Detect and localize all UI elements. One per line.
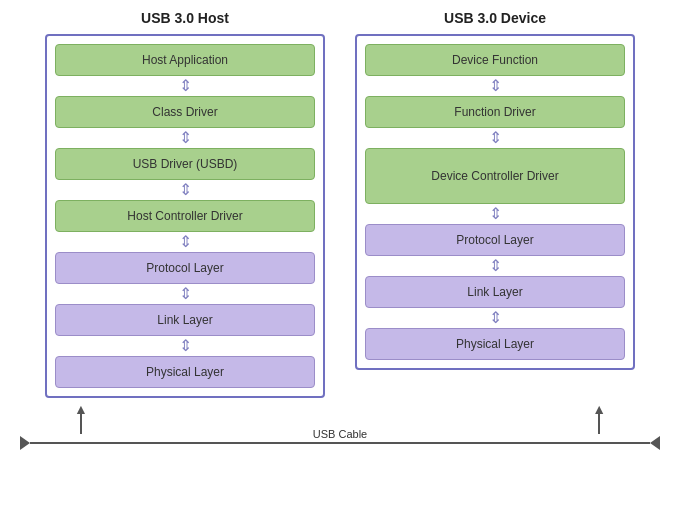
up-arrow-line-left: [80, 414, 82, 434]
up-arrow-left: ▲: [74, 402, 88, 434]
dev-arrow-0: ⇕: [489, 78, 502, 94]
cable-arrow-right: [20, 436, 30, 450]
device-layer-4: Link Layer: [365, 276, 625, 308]
device-stack: Device Function ⇕ Function Driver ⇕ Devi…: [355, 34, 635, 370]
device-layer-2: Device Controller Driver: [365, 148, 625, 204]
cable-row: USB Cable: [20, 436, 660, 450]
up-arrow-line-right: [598, 414, 600, 434]
host-layer-0: Host Application: [55, 44, 315, 76]
host-layer-4: Protocol Layer: [55, 252, 315, 284]
arrow-1: ⇕: [179, 130, 192, 146]
device-layer-1: Function Driver: [365, 96, 625, 128]
dev-arrow-1: ⇕: [489, 130, 502, 146]
cable-text-wrap: USB Cable: [30, 442, 650, 444]
dev-arrow-2: ⇕: [489, 206, 502, 222]
host-layer-5: Link Layer: [55, 304, 315, 336]
cable-line: [30, 442, 650, 444]
arrow-2: ⇕: [179, 182, 192, 198]
dev-arrow-4: ⇕: [489, 310, 502, 326]
device-column: USB 3.0 Device Device Function ⇕ Functio…: [355, 10, 635, 398]
arrow-0: ⇕: [179, 78, 192, 94]
cable-section: ▲ ▲ USB Cable: [20, 402, 660, 450]
host-layer-6: Physical Layer: [55, 356, 315, 388]
arrow-4: ⇕: [179, 286, 192, 302]
up-arrow-right: ▲: [592, 402, 606, 434]
dev-arrow-3: ⇕: [489, 258, 502, 274]
device-layer-0: Device Function: [365, 44, 625, 76]
host-column: USB 3.0 Host Host Application ⇕ Class Dr…: [45, 10, 325, 398]
device-title: USB 3.0 Device: [444, 10, 546, 26]
arrow-5: ⇕: [179, 338, 192, 354]
host-layer-1: Class Driver: [55, 96, 315, 128]
cable-arrow-left: [650, 436, 660, 450]
cable-label: USB Cable: [313, 428, 367, 440]
diagram-container: USB 3.0 Host Host Application ⇕ Class Dr…: [0, 0, 680, 510]
host-title: USB 3.0 Host: [141, 10, 229, 26]
host-stack: Host Application ⇕ Class Driver ⇕ USB Dr…: [45, 34, 325, 398]
device-layer-5: Physical Layer: [365, 328, 625, 360]
host-layer-2: USB Driver (USBD): [55, 148, 315, 180]
host-layer-3: Host Controller Driver: [55, 200, 315, 232]
device-layer-3: Protocol Layer: [365, 224, 625, 256]
columns: USB 3.0 Host Host Application ⇕ Class Dr…: [0, 10, 680, 398]
arrow-3: ⇕: [179, 234, 192, 250]
